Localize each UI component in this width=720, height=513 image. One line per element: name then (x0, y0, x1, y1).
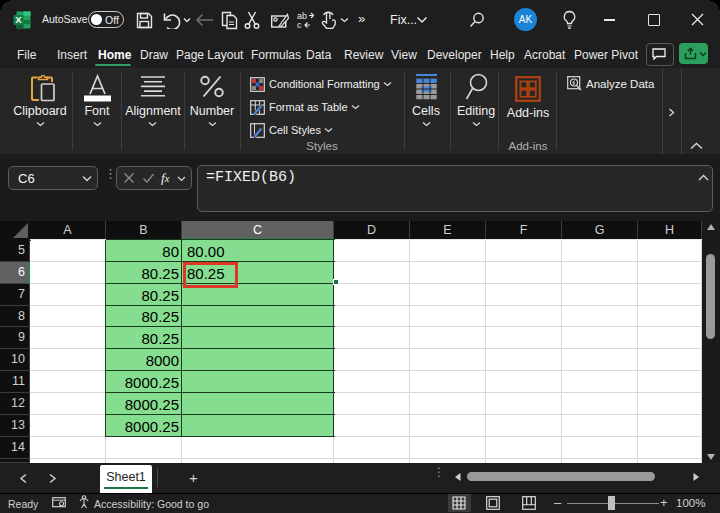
svg-text:c: c (297, 20, 302, 30)
svg-text:X: X (15, 14, 22, 25)
